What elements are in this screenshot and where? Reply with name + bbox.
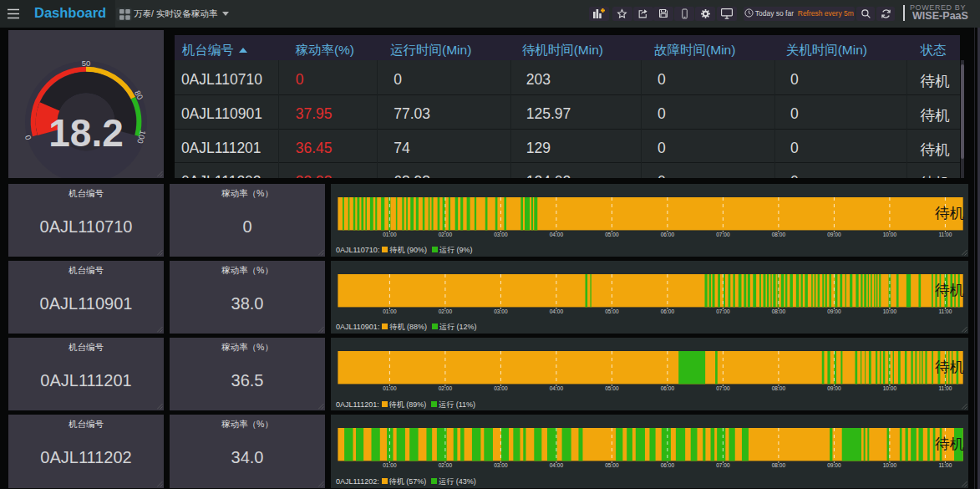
svg-text:50: 50: [82, 59, 91, 68]
